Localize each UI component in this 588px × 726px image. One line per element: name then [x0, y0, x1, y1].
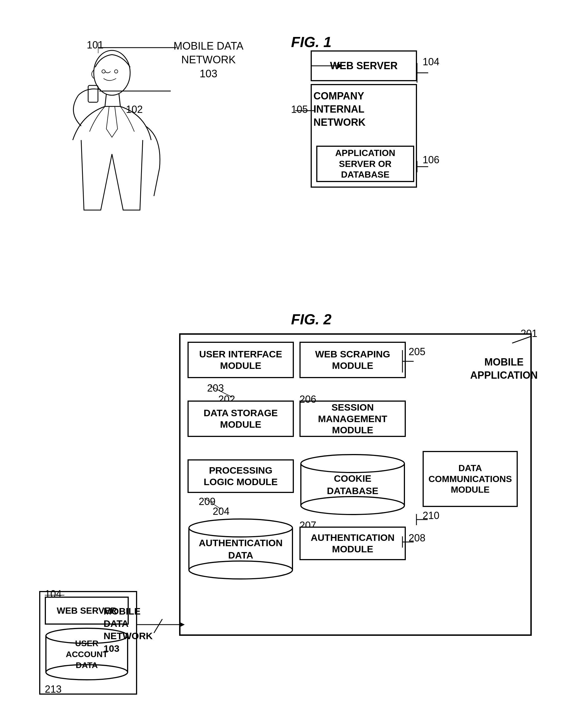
web-scraping-module-box: WEB SCRAPINGMODULE	[299, 342, 406, 378]
person-figure	[45, 42, 171, 233]
processing-logic-module-box: PROCESSINGLOGIC MODULE	[188, 459, 294, 493]
svg-line-4	[119, 94, 120, 106]
svg-line-16	[512, 336, 532, 343]
cookie-database-cylinder: COOKIEDATABASE	[299, 454, 406, 516]
mobile-application-label: MOBILEAPPLICATION	[470, 356, 538, 382]
ref205-bracket	[400, 347, 416, 375]
ref201-arrow	[509, 330, 534, 344]
fig2-section: FIG. 2 201 MOBILEAPPLICATION USER INTERF…	[17, 311, 571, 647]
svg-line-3	[105, 94, 106, 106]
svg-point-0	[94, 51, 130, 95]
data-storage-module-box: DATA STORAGEMODULE	[188, 401, 294, 437]
ref210-bracket	[414, 511, 430, 528]
fig2-title: FIG. 2	[291, 311, 331, 328]
authentication-module-box: AUTHENTICATIONMODULE	[299, 527, 406, 560]
user-interface-module-box: USER INTERFACEMODULE	[188, 342, 294, 378]
fig2-diagonal-line	[151, 619, 173, 633]
fig1-connector-lines	[311, 45, 437, 241]
svg-point-2	[114, 70, 118, 73]
svg-point-20	[301, 455, 404, 472]
ref204-line	[204, 498, 227, 511]
ref202-line	[210, 386, 238, 400]
svg-point-28	[189, 561, 292, 579]
mobile-network-label-fig1: MOBILE DATANETWORK103	[173, 39, 244, 81]
svg-rect-5	[88, 85, 98, 102]
svg-point-23	[301, 497, 404, 515]
svg-point-25	[189, 519, 292, 537]
ref208-bracket	[400, 533, 416, 550]
authentication-data-cylinder: AUTHENTICATIONDATA	[188, 518, 294, 580]
svg-marker-15	[337, 63, 343, 68]
ref-206: 206	[299, 394, 316, 405]
svg-line-24	[204, 498, 221, 509]
svg-point-1	[102, 70, 105, 73]
session-management-module-box: SESSIONMANAGEMENTMODULE	[299, 401, 406, 437]
fig1-bracket	[98, 39, 182, 56]
svg-marker-39	[179, 622, 185, 627]
fig1-section: FIG. 1 101 102 MOBILE DATANETWORK103	[17, 17, 571, 283]
svg-line-19	[210, 386, 232, 397]
svg-line-40	[154, 619, 162, 633]
data-communications-module-box: DATACOMMUNICATIONSMODULE	[423, 451, 518, 507]
page: FIG. 1 101 102 MOBILE DATANETWORK103	[0, 0, 588, 726]
